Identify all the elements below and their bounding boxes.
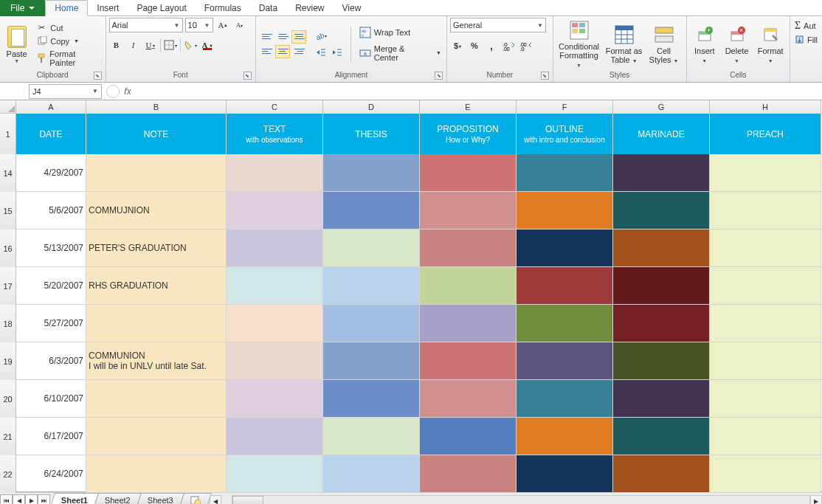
name-box[interactable]: J4▼	[29, 84, 102, 99]
dialog-launcher-icon[interactable]: ⬊	[541, 72, 549, 80]
cell[interactable]	[227, 305, 323, 342]
align-left-button[interactable]	[259, 45, 274, 58]
cell[interactable]	[710, 229, 821, 266]
column-header-F[interactable]: F	[517, 100, 613, 114]
next-sheet-button[interactable]: ▶	[25, 494, 38, 504]
align-right-button[interactable]	[291, 45, 306, 58]
cell[interactable]	[517, 418, 613, 455]
column-header-B[interactable]: B	[86, 100, 227, 114]
cell[interactable]	[710, 305, 821, 342]
header-cell[interactable]: MARINADE	[613, 114, 710, 154]
cell[interactable]	[420, 380, 517, 417]
column-header-C[interactable]: C	[227, 100, 323, 114]
autosum-button[interactable]: ΣAut	[793, 19, 819, 32]
cell[interactable]	[613, 342, 710, 379]
cell[interactable]: 5/27/2007	[16, 305, 86, 342]
sheet-tab[interactable]: Sheet2	[94, 493, 142, 504]
cell[interactable]	[420, 305, 517, 342]
last-sheet-button[interactable]: ⏭	[38, 494, 50, 504]
header-cell[interactable]: PROPOSITIONHow or Why?	[420, 114, 517, 154]
cell[interactable]: PETER'S GRADUATION	[86, 229, 227, 266]
cell[interactable]: 5/13/2007	[16, 229, 86, 266]
format-cells-button[interactable]: Format▼	[754, 22, 787, 66]
number-format-combo[interactable]: General▼	[450, 18, 546, 32]
hscroll-right-button[interactable]: ▶	[810, 495, 822, 504]
dialog-launcher-icon[interactable]: ⬊	[435, 72, 443, 80]
cell[interactable]	[227, 154, 323, 191]
select-all-corner[interactable]	[0, 100, 16, 114]
increase-indent-button[interactable]	[330, 45, 345, 60]
cell[interactable]	[710, 380, 821, 417]
cell[interactable]	[517, 267, 613, 304]
header-cell[interactable]: DATE	[16, 114, 86, 154]
decrease-decimal-button[interactable]: .00.0	[518, 38, 533, 53]
cell[interactable]	[420, 154, 517, 191]
cell[interactable]	[517, 380, 613, 417]
cell[interactable]	[517, 154, 613, 191]
cell[interactable]	[323, 455, 420, 492]
cell[interactable]	[227, 380, 323, 417]
sheet-tab[interactable]: Sheet3	[137, 493, 184, 504]
tab-insert[interactable]: Insert	[88, 1, 128, 15]
cell[interactable]	[323, 192, 420, 229]
increase-decimal-button[interactable]: .0.00	[501, 38, 516, 53]
font-color-button[interactable]: A▾	[200, 38, 215, 52]
delete-cells-button[interactable]: ×Delete▼	[722, 22, 752, 66]
cell[interactable]	[710, 267, 821, 304]
tab-data[interactable]: Data	[250, 1, 286, 15]
first-sheet-button[interactable]: ⏮	[0, 494, 13, 504]
copy-button[interactable]: Copy▼	[33, 35, 102, 47]
row-header[interactable]: 17	[0, 267, 16, 305]
cell[interactable]	[517, 455, 613, 492]
row-header[interactable]: 19	[0, 342, 16, 380]
format-as-table-button[interactable]: Format as Table ▼	[605, 22, 643, 66]
shrink-font-button[interactable]: A▾	[232, 18, 247, 32]
cell[interactable]: 5/20/2007	[16, 267, 86, 304]
bold-button[interactable]: B	[109, 38, 124, 52]
cell[interactable]	[420, 267, 517, 304]
column-header-G[interactable]: G	[613, 100, 710, 114]
cell[interactable]: 6/24/2007	[16, 455, 86, 492]
cell[interactable]: 5/6/2007	[16, 192, 86, 229]
cell[interactable]	[613, 418, 710, 455]
borders-button[interactable]: ▾	[163, 38, 178, 52]
tab-review[interactable]: Review	[286, 1, 333, 15]
column-header-E[interactable]: E	[420, 100, 517, 114]
row-header[interactable]: 18	[0, 305, 16, 342]
merge-center-button[interactable]: aMerge & Center▼	[357, 44, 443, 63]
row-header[interactable]: 15	[0, 192, 16, 229]
cell[interactable]	[613, 305, 710, 342]
cell[interactable]	[86, 418, 227, 455]
cell[interactable]	[420, 418, 517, 455]
tab-page-layout[interactable]: Page Layout	[128, 1, 195, 15]
cell[interactable]	[710, 192, 821, 229]
cell[interactable]: 6/3/2007	[16, 342, 86, 379]
hscroll-thumb[interactable]	[232, 496, 263, 504]
currency-button[interactable]: $▾	[450, 38, 465, 53]
cell[interactable]	[710, 418, 821, 455]
cell[interactable]	[323, 418, 420, 455]
header-cell[interactable]: THESIS	[323, 114, 420, 154]
cell[interactable]	[227, 342, 323, 379]
column-header-D[interactable]: D	[323, 100, 420, 114]
orientation-button[interactable]: ab▾	[314, 29, 328, 44]
cell[interactable]	[517, 229, 613, 266]
tab-home[interactable]: Home	[45, 0, 88, 16]
formula-input[interactable]	[136, 84, 822, 99]
cancel-formula-button[interactable]	[106, 85, 120, 98]
cell[interactable]: RHS GRADUATION	[86, 267, 227, 304]
align-center-button[interactable]	[275, 45, 290, 58]
column-header-A[interactable]: A	[16, 100, 86, 114]
cell[interactable]	[517, 305, 613, 342]
file-tab[interactable]: File	[0, 0, 45, 16]
fill-color-button[interactable]: ▾	[183, 38, 198, 52]
cell[interactable]	[420, 455, 517, 492]
format-painter-button[interactable]: Format Painter	[33, 49, 102, 68]
cell[interactable]	[227, 455, 323, 492]
cell[interactable]	[227, 192, 323, 229]
cut-button[interactable]: ✂Cut	[33, 22, 102, 34]
font-name-combo[interactable]: Arial▼	[109, 18, 183, 32]
cell[interactable]	[613, 380, 710, 417]
cell[interactable]	[517, 192, 613, 229]
cell[interactable]: COMMUNION I will be in UNLV until late S…	[86, 342, 227, 379]
